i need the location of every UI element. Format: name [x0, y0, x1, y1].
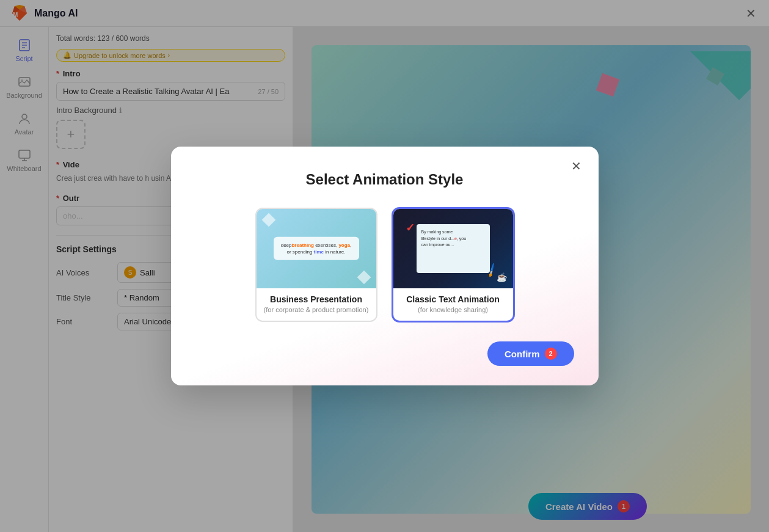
classic-card-title: Classic Text Animation — [401, 294, 506, 304]
modal-title: Select Animation Style — [195, 171, 574, 188]
cup-icon: ☕ — [497, 272, 507, 282]
confirm-badge: 2 — [545, 348, 557, 360]
animation-options: deepbreathing exercises, yoga,or spendin… — [195, 208, 574, 322]
business-presentation-thumbnail: deepbreathing exercises, yoga,or spendin… — [257, 209, 376, 288]
business-card-subtitle: (for corporate & product promotion) — [264, 306, 369, 313]
classic-card-info: Classic Text Animation (for knowledge sh… — [393, 288, 513, 321]
classic-text-animation-card[interactable]: ✓ By making somelifestyle in our d...e, … — [392, 208, 514, 322]
confirm-button[interactable]: Confirm 2 — [487, 341, 574, 366]
diamond-decoration-1 — [261, 213, 275, 227]
app-container: M Mango AI ✕ Script Background — [0, 0, 769, 532]
diamond-decoration-2 — [357, 271, 371, 285]
classic-text-thumbnail: ✓ By making somelifestyle in our d...e, … — [393, 209, 513, 288]
business-card-info: Business Presentation (for corporate & p… — [257, 288, 376, 321]
modal-close-button[interactable]: ✕ — [567, 156, 586, 176]
confirm-label: Confirm — [505, 349, 540, 359]
animation-style-modal: ✕ Select Animation Style deepbreathing e… — [171, 147, 599, 385]
bp-text-content: deepbreathing exercises, yoga,or spendin… — [274, 237, 359, 260]
modal-overlay: ✕ Select Animation Style deepbreathing e… — [0, 0, 769, 532]
ct-paper-content: By making somelifestyle in our d...e, yo… — [417, 224, 490, 273]
business-card-title: Business Presentation — [264, 294, 369, 304]
checkmark-icon: ✓ — [406, 221, 415, 235]
business-presentation-card[interactable]: deepbreathing exercises, yoga,or spendin… — [255, 208, 377, 322]
modal-footer: Confirm 2 — [195, 341, 574, 366]
classic-card-subtitle: (for knowledge sharing) — [401, 306, 506, 313]
